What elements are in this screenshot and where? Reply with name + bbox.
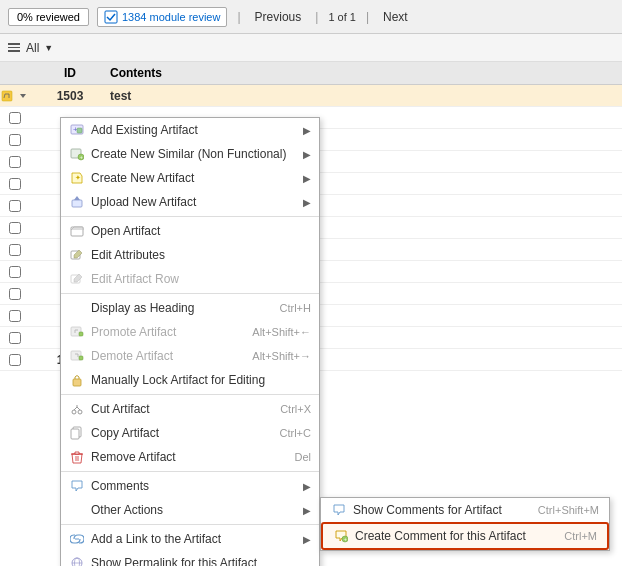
row-checkbox[interactable] xyxy=(9,200,21,212)
row-checkbox[interactable] xyxy=(9,244,21,256)
comments-icon xyxy=(69,478,85,494)
svg-rect-15 xyxy=(79,332,83,336)
link-icon xyxy=(69,531,85,547)
menu-item-create-non-functional[interactable]: + Create New Similar (Non Functional) ▶ xyxy=(61,142,319,166)
nav-separator1: | xyxy=(237,10,240,24)
menu-item-cut[interactable]: Cut Artifact Ctrl+X xyxy=(61,397,319,421)
row-checkbox[interactable] xyxy=(9,134,21,146)
menu-label: Demote Artifact xyxy=(91,349,173,363)
svg-rect-22 xyxy=(71,429,79,439)
previous-button[interactable]: Previous xyxy=(251,8,306,26)
row-checkbox[interactable] xyxy=(9,266,21,278)
module-review-text: 1384 module review xyxy=(122,11,220,23)
submenu-arrow: ▶ xyxy=(303,197,311,208)
row-checkbox[interactable] xyxy=(9,310,21,322)
nav-separator3: | xyxy=(366,10,369,24)
menu-separator xyxy=(61,394,319,395)
row-checkbox[interactable] xyxy=(9,288,21,300)
edit-pencil-icon[interactable] xyxy=(0,89,14,103)
menu-item-edit-attrs[interactable]: Edit Attributes xyxy=(61,243,319,267)
add-icon: + xyxy=(69,122,85,138)
menu-label: Copy Artifact xyxy=(91,426,159,440)
menu-item-open[interactable]: Open Artifact xyxy=(61,219,319,243)
menu-label: Other Actions xyxy=(91,503,163,517)
svg-rect-1 xyxy=(2,91,12,101)
other-actions-icon xyxy=(69,502,85,518)
table-header: ID Contents xyxy=(0,62,622,85)
svg-rect-0 xyxy=(105,11,117,23)
row-checkbox[interactable] xyxy=(9,112,21,124)
promote-icon xyxy=(69,324,85,340)
menu-label: Create Comment for this Artifact xyxy=(355,529,526,543)
dropdown-arrow-icon[interactable] xyxy=(16,89,30,103)
menu-label: Open Artifact xyxy=(91,224,160,238)
menu-label: Create New Artifact xyxy=(91,171,194,185)
menu-item-copy[interactable]: Copy Artifact Ctrl+C xyxy=(61,421,319,445)
submenu-arrow: ▶ xyxy=(303,125,311,136)
menu-label: Upload New Artifact xyxy=(91,195,196,209)
contents-column-header: Contents xyxy=(110,66,622,80)
svg-text:+: + xyxy=(344,536,348,542)
check-column-header xyxy=(0,66,30,80)
svg-rect-10 xyxy=(72,200,82,207)
edit-icon xyxy=(69,247,85,263)
row-checkbox[interactable] xyxy=(9,156,21,168)
submenu-arrow: ▶ xyxy=(303,481,311,492)
next-button[interactable]: Next xyxy=(379,8,412,26)
create-icon: ✦ xyxy=(69,170,85,186)
row-contents-1: test xyxy=(110,89,622,103)
create-comment-icon: + xyxy=(333,528,349,544)
permalink-icon xyxy=(69,555,85,566)
demote-icon xyxy=(69,348,85,364)
menu-label: Remove Artifact xyxy=(91,450,176,464)
row-checkbox[interactable] xyxy=(9,222,21,234)
all-dropdown[interactable]: All ▼ xyxy=(8,41,53,55)
menu-item-lock[interactable]: Manually Lock Artifact for Editing xyxy=(61,368,319,392)
svg-rect-17 xyxy=(79,356,83,360)
menu-label: Manually Lock Artifact for Editing xyxy=(91,373,265,387)
submenu-item-show-comments[interactable]: Show Comments for Artifact Ctrl+Shift+M xyxy=(321,498,609,522)
menu-item-add-link[interactable]: Add a Link to the Artifact ▶ xyxy=(61,527,319,551)
module-review-link[interactable]: 1384 module review xyxy=(97,7,227,27)
edit-icons xyxy=(0,89,30,103)
menu-separator xyxy=(61,293,319,294)
hamburger-icon xyxy=(8,43,20,52)
svg-rect-4 xyxy=(77,128,82,133)
row-checkbox[interactable] xyxy=(9,178,21,190)
submenu-arrow: ▶ xyxy=(303,534,311,545)
secondary-toolbar: All ▼ xyxy=(0,34,622,62)
shortcut: Alt+Shift+→ xyxy=(252,350,311,362)
menu-item-display-heading[interactable]: Display as Heading Ctrl+H xyxy=(61,296,319,320)
context-menu: + Add Existing Artifact ▶ + Create New S… xyxy=(60,117,320,566)
menu-item-demote: Demote Artifact Alt+Shift+→ xyxy=(61,344,319,368)
table-container: ID Contents 1503 test xyxy=(0,62,622,371)
menu-label: Add a Link to the Artifact xyxy=(91,532,221,546)
table-row: 1503 test xyxy=(0,85,622,107)
row-checkbox[interactable] xyxy=(9,332,21,344)
menu-item-comments[interactable]: Comments ▶ xyxy=(61,474,319,498)
menu-label: Show Permalink for this Artifact xyxy=(91,556,257,566)
menu-separator xyxy=(61,216,319,217)
submenu-arrow: ▶ xyxy=(303,173,311,184)
menu-item-other-actions[interactable]: Other Actions ▶ xyxy=(61,498,319,522)
menu-item-remove[interactable]: Remove Artifact Del xyxy=(61,445,319,469)
menu-label: Show Comments for Artifact xyxy=(353,503,502,517)
menu-item-add-existing[interactable]: + Add Existing Artifact ▶ xyxy=(61,118,319,142)
row-checkbox-1[interactable] xyxy=(0,89,30,103)
menu-item-create-new[interactable]: ✦ Create New Artifact ▶ xyxy=(61,166,319,190)
page-indicator: 1 of 1 xyxy=(328,11,356,23)
submenu-item-create-comment[interactable]: + Create Comment for this Artifact Ctrl+… xyxy=(321,522,609,550)
menu-separator xyxy=(61,524,319,525)
shortcut: Ctrl+Shift+M xyxy=(538,504,599,516)
shortcut: Alt+Shift+← xyxy=(252,326,311,338)
edit-row-icon xyxy=(69,271,85,287)
nav-separator2: | xyxy=(315,10,318,24)
svg-point-19 xyxy=(72,410,76,414)
menu-item-upload[interactable]: Upload New Artifact ▶ xyxy=(61,190,319,214)
menu-item-permalink[interactable]: Show Permalink for this Artifact xyxy=(61,551,319,566)
svg-text:+: + xyxy=(80,154,84,160)
menu-label: Cut Artifact xyxy=(91,402,150,416)
upload-icon xyxy=(69,194,85,210)
menu-item-edit-row[interactable]: Edit Artifact Row xyxy=(61,267,319,291)
row-checkbox[interactable] xyxy=(9,354,21,366)
